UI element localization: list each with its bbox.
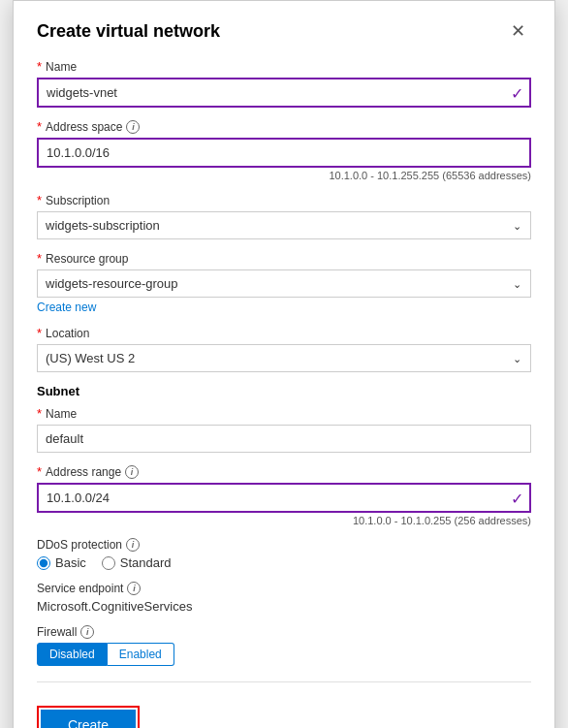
resource-group-label-text: Resource group xyxy=(46,252,128,266)
address-range-input[interactable] xyxy=(37,483,531,513)
name-field-group: * Name ✓ xyxy=(37,59,531,108)
ddos-basic-option[interactable]: Basic xyxy=(37,555,86,570)
address-space-info-icon[interactable]: i xyxy=(126,120,140,134)
firewall-info-icon[interactable]: i xyxy=(80,625,94,639)
ddos-radio-group: Basic Standard xyxy=(37,555,531,570)
subscription-select[interactable]: widgets-subscription xyxy=(37,211,531,239)
create-button[interactable]: Create xyxy=(41,710,136,728)
address-range-label: * Address range i xyxy=(37,464,531,479)
subscription-select-wrapper: widgets-subscription ⌄ xyxy=(37,211,531,239)
location-select-wrapper: (US) West US 2 ⌄ xyxy=(37,344,531,372)
service-endpoint-label: Service endpoint i xyxy=(37,582,531,595)
ddos-basic-label: Basic xyxy=(55,555,86,570)
name-label: * Name xyxy=(37,59,531,74)
subnet-name-input-wrapper xyxy=(37,425,531,453)
location-field-group: * Location (US) West US 2 ⌄ xyxy=(37,326,531,372)
address-range-label-text: Address range xyxy=(46,465,121,479)
name-input-wrapper: ✓ xyxy=(37,78,531,108)
ddos-standard-option[interactable]: Standard xyxy=(102,555,172,570)
location-label: * Location xyxy=(37,326,531,340)
subnet-name-label-text: Name xyxy=(46,407,77,421)
ddos-basic-radio[interactable] xyxy=(37,556,50,570)
firewall-label-text: Firewall xyxy=(37,625,77,639)
resource-group-label: * Resource group xyxy=(37,251,531,266)
address-range-input-wrapper: ✓ xyxy=(37,483,531,513)
firewall-enabled-button[interactable]: Enabled xyxy=(108,643,174,666)
create-new-link[interactable]: Create new xyxy=(37,301,96,314)
address-space-input[interactable] xyxy=(37,138,531,168)
location-select[interactable]: (US) West US 2 xyxy=(37,344,531,372)
subscription-label: * Subscription xyxy=(37,193,531,207)
subnet-section-label: Subnet xyxy=(37,384,531,398)
ddos-info-icon[interactable]: i xyxy=(126,538,140,552)
name-input[interactable] xyxy=(37,78,531,108)
resource-group-field-group: * Resource group widgets-resource-group … xyxy=(37,251,531,314)
address-range-field-group: * Address range i ✓ 10.1.0.0 - 10.1.0.25… xyxy=(37,464,531,526)
address-range-check-icon: ✓ xyxy=(511,489,523,507)
address-range-hint: 10.1.0.0 - 10.1.0.255 (256 addresses) xyxy=(37,515,531,526)
ddos-standard-radio[interactable] xyxy=(102,556,115,570)
subnet-name-field-group: * Name xyxy=(37,406,531,453)
dialog-title: Create virtual network xyxy=(37,21,220,42)
address-range-info-icon[interactable]: i xyxy=(125,465,139,479)
location-label-text: Location xyxy=(46,327,89,340)
create-button-wrapper: Create xyxy=(37,706,140,728)
subscription-required-star: * xyxy=(37,193,42,207)
service-endpoint-value: Microsoft.CognitiveServices xyxy=(37,599,531,614)
resource-group-required-star: * xyxy=(37,251,42,266)
subscription-field-group: * Subscription widgets-subscription ⌄ xyxy=(37,193,531,239)
ddos-field-group: DDoS protection i Basic Standard xyxy=(37,538,531,570)
name-check-icon: ✓ xyxy=(511,83,523,102)
firewall-disabled-button[interactable]: Disabled xyxy=(37,643,108,666)
subnet-name-input[interactable] xyxy=(37,425,531,453)
ddos-label: DDoS protection i xyxy=(37,538,531,552)
subnet-name-label: * Name xyxy=(37,406,531,421)
divider xyxy=(37,681,531,682)
firewall-field-group: Firewall i Disabled Enabled xyxy=(37,625,531,666)
service-endpoint-info-icon[interactable]: i xyxy=(127,582,141,595)
address-space-hint: 10.1.0.0 - 10.1.255.255 (65536 addresses… xyxy=(37,170,531,181)
dialog-header: Create virtual network ✕ xyxy=(37,20,531,42)
service-endpoint-label-text: Service endpoint xyxy=(37,582,123,595)
address-space-input-wrapper xyxy=(37,138,531,168)
close-button[interactable]: ✕ xyxy=(505,20,531,42)
ddos-label-text: DDoS protection xyxy=(37,538,122,552)
create-vnet-dialog: Create virtual network ✕ * Name ✓ * Addr… xyxy=(13,0,555,728)
resource-group-select[interactable]: widgets-resource-group xyxy=(37,269,531,298)
firewall-label: Firewall i xyxy=(37,625,531,639)
address-space-label: * Address space i xyxy=(37,119,531,134)
subnet-section: Subnet * Name * Address range i ✓ 10.1.0… xyxy=(37,384,531,526)
service-endpoint-field-group: Service endpoint i Microsoft.CognitiveSe… xyxy=(37,582,531,614)
address-space-field-group: * Address space i 10.1.0.0 - 10.1.255.25… xyxy=(37,119,531,181)
location-required-star: * xyxy=(37,326,42,340)
name-label-text: Name xyxy=(46,60,77,74)
firewall-toggle-group: Disabled Enabled xyxy=(37,643,531,666)
address-range-required-star: * xyxy=(37,464,42,479)
subscription-label-text: Subscription xyxy=(46,194,110,207)
resource-group-select-wrapper: widgets-resource-group ⌄ xyxy=(37,269,531,298)
subnet-name-required-star: * xyxy=(37,406,42,421)
address-space-required-star: * xyxy=(37,119,42,134)
address-space-label-text: Address space xyxy=(46,120,122,134)
name-required-star: * xyxy=(37,59,42,74)
ddos-standard-label: Standard xyxy=(120,555,172,570)
